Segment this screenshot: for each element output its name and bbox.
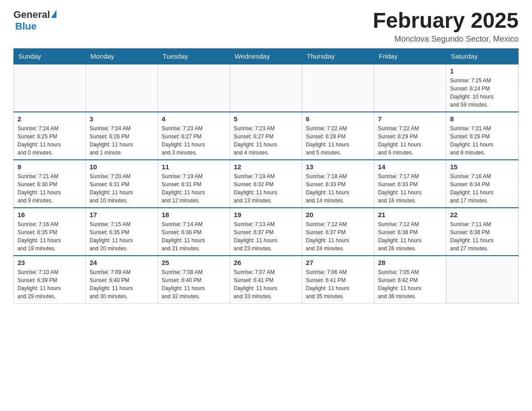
calendar-cell: 15Sunrise: 7:16 AM Sunset: 6:34 PM Dayli… <box>446 160 519 208</box>
calendar-cell: 6Sunrise: 7:22 AM Sunset: 6:28 PM Daylig… <box>302 112 374 160</box>
day-number: 7 <box>378 115 442 123</box>
day-number: 6 <box>306 115 370 123</box>
weekday-header-thursday: Thursday <box>302 48 374 64</box>
calendar-week-2: 2Sunrise: 7:24 AM Sunset: 6:25 PM Daylig… <box>14 112 519 160</box>
day-number: 13 <box>306 163 370 171</box>
day-number: 22 <box>450 211 515 218</box>
day-number: 28 <box>378 259 442 266</box>
logo-blue-text: Blue <box>15 21 37 32</box>
weekday-header-row: SundayMondayTuesdayWednesdayThursdayFrid… <box>14 48 519 64</box>
day-info: Sunrise: 7:16 AM Sunset: 6:34 PM Dayligh… <box>450 172 515 205</box>
weekday-header-sunday: Sunday <box>14 48 86 64</box>
calendar-cell: 8Sunrise: 7:21 AM Sunset: 6:29 PM Daylig… <box>446 112 519 160</box>
day-number: 25 <box>162 259 226 266</box>
calendar-cell: 18Sunrise: 7:14 AM Sunset: 6:36 PM Dayli… <box>158 208 230 256</box>
day-info: Sunrise: 7:12 AM Sunset: 6:37 PM Dayligh… <box>306 220 370 253</box>
day-number: 10 <box>90 163 154 171</box>
location-subtitle: Monclova Segundo Sector, Mexico <box>373 34 519 44</box>
day-info: Sunrise: 7:08 AM Sunset: 6:40 PM Dayligh… <box>162 268 226 300</box>
day-info: Sunrise: 7:21 AM Sunset: 6:30 PM Dayligh… <box>17 172 82 205</box>
day-info: Sunrise: 7:10 AM Sunset: 6:39 PM Dayligh… <box>17 268 82 300</box>
day-number: 16 <box>17 211 82 218</box>
calendar-cell: 5Sunrise: 7:23 AM Sunset: 6:27 PM Daylig… <box>230 112 302 160</box>
calendar-cell: 25Sunrise: 7:08 AM Sunset: 6:40 PM Dayli… <box>158 256 230 304</box>
day-info: Sunrise: 7:05 AM Sunset: 6:42 PM Dayligh… <box>378 268 442 300</box>
weekday-header-friday: Friday <box>374 48 446 64</box>
day-info: Sunrise: 7:13 AM Sunset: 6:37 PM Dayligh… <box>234 220 298 253</box>
calendar-cell: 27Sunrise: 7:06 AM Sunset: 6:41 PM Dayli… <box>302 256 374 304</box>
calendar-cell: 17Sunrise: 7:15 AM Sunset: 6:35 PM Dayli… <box>86 208 158 256</box>
day-info: Sunrise: 7:15 AM Sunset: 6:35 PM Dayligh… <box>90 220 154 253</box>
day-number: 14 <box>378 163 442 171</box>
logo: General Blue <box>13 9 56 32</box>
calendar-cell: 26Sunrise: 7:07 AM Sunset: 6:41 PM Dayli… <box>230 256 302 304</box>
day-number: 20 <box>306 211 370 218</box>
day-number: 18 <box>162 211 226 218</box>
day-info: Sunrise: 7:22 AM Sunset: 6:29 PM Dayligh… <box>378 124 442 157</box>
day-info: Sunrise: 7:24 AM Sunset: 6:26 PM Dayligh… <box>90 124 154 157</box>
day-number: 3 <box>90 115 154 123</box>
calendar-week-5: 23Sunrise: 7:10 AM Sunset: 6:39 PM Dayli… <box>14 256 519 304</box>
calendar-cell <box>302 64 374 112</box>
day-number: 26 <box>234 259 298 266</box>
weekday-header-saturday: Saturday <box>446 48 519 64</box>
day-number: 9 <box>17 163 82 171</box>
day-number: 24 <box>90 259 154 266</box>
day-number: 19 <box>234 211 298 218</box>
day-number: 2 <box>17 115 82 123</box>
day-info: Sunrise: 7:19 AM Sunset: 6:31 PM Dayligh… <box>162 172 226 205</box>
day-info: Sunrise: 7:21 AM Sunset: 6:29 PM Dayligh… <box>450 124 515 157</box>
day-info: Sunrise: 7:25 AM Sunset: 6:24 PM Dayligh… <box>450 77 515 109</box>
calendar-cell: 9Sunrise: 7:21 AM Sunset: 6:30 PM Daylig… <box>14 160 86 208</box>
logo-triangle-icon <box>51 10 56 18</box>
day-number: 15 <box>450 163 515 171</box>
calendar-cell: 19Sunrise: 7:13 AM Sunset: 6:37 PM Dayli… <box>230 208 302 256</box>
calendar-cell: 16Sunrise: 7:16 AM Sunset: 6:35 PM Dayli… <box>14 208 86 256</box>
calendar-cell <box>14 64 86 112</box>
calendar-week-1: 1Sunrise: 7:25 AM Sunset: 6:24 PM Daylig… <box>14 64 519 112</box>
day-info: Sunrise: 7:09 AM Sunset: 6:40 PM Dayligh… <box>90 268 154 300</box>
calendar-cell: 24Sunrise: 7:09 AM Sunset: 6:40 PM Dayli… <box>86 256 158 304</box>
calendar-cell: 3Sunrise: 7:24 AM Sunset: 6:26 PM Daylig… <box>86 112 158 160</box>
calendar-cell: 22Sunrise: 7:11 AM Sunset: 6:38 PM Dayli… <box>446 208 519 256</box>
logo-general-text: General <box>13 9 50 21</box>
day-number: 4 <box>162 115 226 123</box>
calendar-cell: 11Sunrise: 7:19 AM Sunset: 6:31 PM Dayli… <box>158 160 230 208</box>
day-number: 11 <box>162 163 226 171</box>
calendar-cell: 10Sunrise: 7:20 AM Sunset: 6:31 PM Dayli… <box>86 160 158 208</box>
day-info: Sunrise: 7:19 AM Sunset: 6:32 PM Dayligh… <box>234 172 298 205</box>
day-info: Sunrise: 7:16 AM Sunset: 6:35 PM Dayligh… <box>17 220 82 253</box>
day-number: 23 <box>17 259 82 266</box>
calendar-cell: 21Sunrise: 7:12 AM Sunset: 6:38 PM Dayli… <box>374 208 446 256</box>
calendar-cell <box>374 64 446 112</box>
calendar-cell <box>86 64 158 112</box>
calendar-cell: 1Sunrise: 7:25 AM Sunset: 6:24 PM Daylig… <box>446 64 519 112</box>
month-year-title: February 2025 <box>373 9 519 33</box>
calendar-cell: 20Sunrise: 7:12 AM Sunset: 6:37 PM Dayli… <box>302 208 374 256</box>
calendar-cell <box>230 64 302 112</box>
day-number: 17 <box>90 211 154 218</box>
calendar-cell: 28Sunrise: 7:05 AM Sunset: 6:42 PM Dayli… <box>374 256 446 304</box>
day-info: Sunrise: 7:24 AM Sunset: 6:25 PM Dayligh… <box>17 124 82 157</box>
weekday-header-wednesday: Wednesday <box>230 48 302 64</box>
calendar-cell <box>446 256 519 304</box>
day-info: Sunrise: 7:07 AM Sunset: 6:41 PM Dayligh… <box>234 268 298 300</box>
day-info: Sunrise: 7:12 AM Sunset: 6:38 PM Dayligh… <box>378 220 442 253</box>
day-number: 8 <box>450 115 515 123</box>
title-area: February 2025 Monclova Segundo Sector, M… <box>373 9 519 44</box>
calendar-cell: 23Sunrise: 7:10 AM Sunset: 6:39 PM Dayli… <box>14 256 86 304</box>
calendar-week-3: 9Sunrise: 7:21 AM Sunset: 6:30 PM Daylig… <box>14 160 519 208</box>
day-info: Sunrise: 7:11 AM Sunset: 6:38 PM Dayligh… <box>450 220 515 253</box>
day-number: 1 <box>450 67 515 75</box>
day-info: Sunrise: 7:23 AM Sunset: 6:27 PM Dayligh… <box>234 124 298 157</box>
calendar-cell: 13Sunrise: 7:18 AM Sunset: 6:33 PM Dayli… <box>302 160 374 208</box>
day-info: Sunrise: 7:06 AM Sunset: 6:41 PM Dayligh… <box>306 268 370 300</box>
calendar-cell: 12Sunrise: 7:19 AM Sunset: 6:32 PM Dayli… <box>230 160 302 208</box>
day-number: 21 <box>378 211 442 218</box>
day-info: Sunrise: 7:22 AM Sunset: 6:28 PM Dayligh… <box>306 124 370 157</box>
day-info: Sunrise: 7:17 AM Sunset: 6:33 PM Dayligh… <box>378 172 442 205</box>
calendar-week-4: 16Sunrise: 7:16 AM Sunset: 6:35 PM Dayli… <box>14 208 519 256</box>
day-info: Sunrise: 7:20 AM Sunset: 6:31 PM Dayligh… <box>90 172 154 205</box>
day-number: 27 <box>306 259 370 266</box>
weekday-header-tuesday: Tuesday <box>158 48 230 64</box>
